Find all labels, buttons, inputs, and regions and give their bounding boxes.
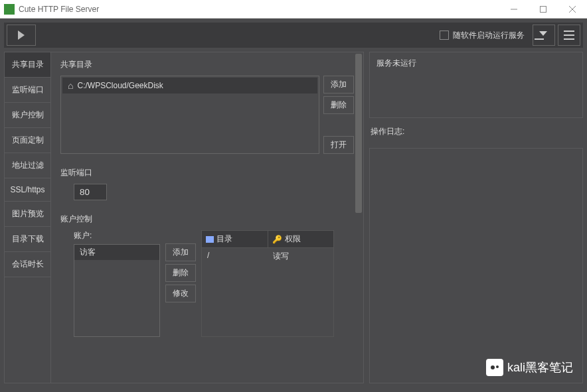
key-icon: 🔑 <box>272 235 282 244</box>
checkbox-icon <box>440 31 449 40</box>
svg-rect-1 <box>541 6 546 12</box>
sidebar-item-ssl[interactable]: SSL/https <box>5 178 50 202</box>
autostart-label: 随软件启动运行服务 <box>453 30 525 41</box>
sidebar: 共享目录 监听端口 账户控制 页面定制 地址过滤 SSL/https 图片预览 … <box>5 52 51 383</box>
status-box: 服务未运行 <box>369 52 583 118</box>
log-box: kali黑客笔记 <box>369 148 583 383</box>
folder-icon <box>206 236 214 243</box>
share-path: C:/WPSCloud/GeekDisk <box>77 81 163 90</box>
autostart-checkbox[interactable]: 随软件启动运行服务 <box>440 30 525 41</box>
scrollbar[interactable] <box>355 54 362 213</box>
perm-row[interactable]: / 读写 <box>202 248 333 265</box>
settings-pane: 共享目录 监听端口 账户控制 页面定制 地址过滤 SSL/https 图片预览 … <box>4 52 364 383</box>
download-icon <box>539 33 548 38</box>
play-icon <box>18 31 25 40</box>
sidebar-item-share[interactable]: 共享目录 <box>5 52 50 78</box>
share-list[interactable]: ⌂ C:/WPSCloud/GeekDisk <box>60 76 319 154</box>
toolbar: 随软件启动运行服务 <box>4 23 583 48</box>
sidebar-item-session[interactable]: 会话时长 <box>5 252 50 277</box>
status-text: 服务未运行 <box>377 58 416 68</box>
share-item[interactable]: ⌂ C:/WPSCloud/GeekDisk <box>62 78 317 94</box>
maximize-button[interactable] <box>529 0 558 19</box>
wechat-icon <box>486 359 503 376</box>
perm-value: 读写 <box>268 248 333 265</box>
main-form: 共享目录 ⌂ C:/WPSCloud/GeekDisk 添加 删除 <box>51 52 363 383</box>
download-button[interactable] <box>533 25 555 46</box>
sidebar-item-preview[interactable]: 图片预览 <box>5 202 50 227</box>
perm-header-perm[interactable]: 🔑 权限 <box>268 231 334 247</box>
watermark: kali黑客笔记 <box>486 359 573 376</box>
log-label: 操作日志: <box>371 126 583 137</box>
menu-icon <box>564 31 574 40</box>
start-button[interactable] <box>7 25 36 46</box>
sidebar-item-filter[interactable]: 地址过滤 <box>5 153 50 178</box>
account-list-label: 账户: <box>74 230 160 241</box>
close-button[interactable] <box>558 0 587 19</box>
account-delete-button[interactable]: 删除 <box>165 264 196 282</box>
perm-header-dir[interactable]: 目录 <box>202 231 268 247</box>
app-icon <box>4 4 15 15</box>
share-add-button[interactable]: 添加 <box>323 76 354 94</box>
menu-button[interactable] <box>558 25 580 46</box>
account-list[interactable]: 访客 <box>74 244 160 337</box>
sidebar-item-page[interactable]: 页面定制 <box>5 128 50 153</box>
titlebar: Cute HTTP File Server <box>0 0 587 19</box>
account-add-button[interactable]: 添加 <box>165 243 196 261</box>
account-edit-button[interactable]: 修改 <box>165 285 196 302</box>
account-item[interactable]: 访客 <box>74 245 159 260</box>
share-delete-button[interactable]: 删除 <box>323 96 354 114</box>
share-title: 共享目录 <box>60 59 354 70</box>
window-title: Cute HTTP File Server <box>19 5 99 14</box>
sidebar-item-download[interactable]: 目录下载 <box>5 227 50 252</box>
share-open-button[interactable]: 打开 <box>323 136 354 154</box>
home-icon: ⌂ <box>68 80 73 91</box>
app-body: 随软件启动运行服务 共享目录 监听端口 账户控制 页面定制 地址过滤 SSL/h… <box>0 19 587 392</box>
sidebar-item-account[interactable]: 账户控制 <box>5 103 50 128</box>
listen-title: 监听端口 <box>60 167 354 178</box>
minimize-button[interactable] <box>499 0 529 19</box>
account-title: 账户控制 <box>60 214 354 225</box>
permission-table: 目录 🔑 权限 / 读写 <box>201 230 334 337</box>
port-input[interactable] <box>74 184 107 200</box>
sidebar-item-listen[interactable]: 监听端口 <box>5 78 50 103</box>
watermark-text: kali黑客笔记 <box>507 359 573 375</box>
perm-dir: / <box>202 248 268 265</box>
